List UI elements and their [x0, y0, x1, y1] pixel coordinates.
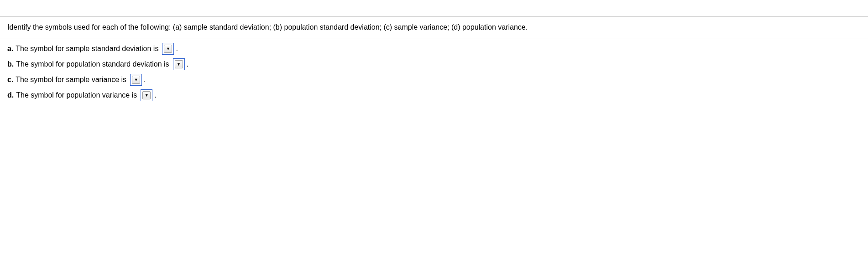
answer-d-label: d. — [7, 91, 14, 99]
answer-c-period: . — [144, 76, 146, 84]
answer-d-line: d. The symbol for population variance is… — [7, 89, 861, 101]
answer-d-text: The symbol for population variance is — [16, 91, 137, 99]
dropdown-button[interactable]: ▼ — [132, 76, 140, 84]
chevron-down-icon: ▼ — [177, 62, 181, 67]
answer-c-text: The symbol for sample variance is — [16, 76, 126, 84]
answer-b-dropdown[interactable]: ▼ — [173, 58, 185, 70]
dropdown-button[interactable]: ▼ — [164, 45, 172, 53]
dropdown-button[interactable]: ▼ — [175, 60, 183, 68]
question-text: Identify the symbols used for each of th… — [7, 23, 528, 31]
answer-b-label: b. — [7, 60, 14, 68]
answer-c-label: c. — [7, 76, 13, 84]
answer-d-dropdown[interactable]: ▼ — [141, 89, 152, 101]
answer-b-text: The symbol for population standard devia… — [16, 60, 169, 68]
chevron-down-icon: ▼ — [134, 78, 138, 82]
answer-a-text: The symbol for sample standard deviation… — [16, 45, 158, 53]
answer-a-period: . — [176, 45, 178, 53]
chevron-down-icon: ▼ — [166, 47, 170, 51]
question-header: Identify the symbols used for each of th… — [0, 16, 868, 38]
dropdown-button[interactable]: ▼ — [142, 91, 151, 99]
chevron-down-icon: ▼ — [145, 93, 149, 98]
answer-c-dropdown[interactable]: ▼ — [130, 74, 142, 86]
answer-a-line: a. The symbol for sample standard deviat… — [7, 43, 861, 55]
answer-d-period: . — [154, 91, 156, 99]
answer-b-period: . — [187, 60, 188, 68]
answer-b-line: b. The symbol for population standard de… — [7, 58, 861, 70]
answer-c-line: c. The symbol for sample variance is ▼ . — [7, 74, 861, 86]
answers-section: a. The symbol for sample standard deviat… — [0, 38, 868, 109]
answer-a-dropdown[interactable]: ▼ — [162, 43, 174, 55]
answer-a-label: a. — [7, 45, 13, 53]
